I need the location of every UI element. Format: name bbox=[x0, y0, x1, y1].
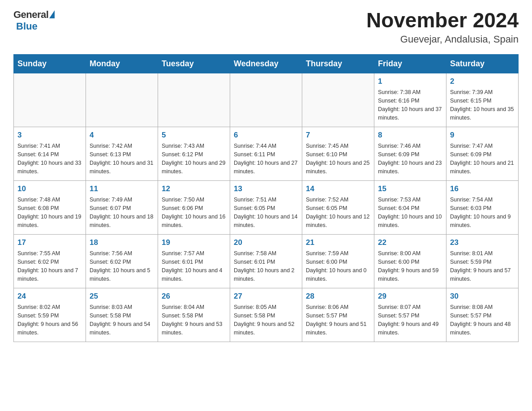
calendar-cell: 9Sunrise: 7:47 AMSunset: 6:09 PMDaylight… bbox=[446, 127, 519, 180]
day-number: 23 bbox=[450, 237, 515, 248]
day-number: 15 bbox=[378, 184, 442, 194]
logo-triangle-icon bbox=[49, 10, 55, 18]
day-number: 24 bbox=[17, 291, 82, 302]
day-sun-info: Sunrise: 8:00 AMSunset: 6:00 PMDaylight:… bbox=[378, 249, 442, 283]
calendar-cell: 30Sunrise: 8:08 AMSunset: 5:57 PMDayligh… bbox=[446, 288, 519, 342]
logo-row: General bbox=[13, 9, 55, 21]
day-number: 16 bbox=[450, 184, 515, 194]
day-number: 20 bbox=[234, 237, 298, 248]
logo-general-text: General bbox=[13, 9, 48, 21]
day-sun-info: Sunrise: 7:49 AMSunset: 6:07 PMDaylight:… bbox=[90, 196, 154, 229]
weekday-header-row: SundayMondayTuesdayWednesdayThursdayFrid… bbox=[14, 54, 519, 73]
day-sun-info: Sunrise: 7:56 AMSunset: 6:02 PMDaylight:… bbox=[90, 249, 154, 283]
calendar-table: SundayMondayTuesdayWednesdayThursdayFrid… bbox=[13, 54, 519, 342]
day-sun-info: Sunrise: 8:07 AMSunset: 5:57 PMDaylight:… bbox=[378, 303, 442, 337]
day-sun-info: Sunrise: 8:01 AMSunset: 5:59 PMDaylight:… bbox=[450, 249, 515, 283]
day-sun-info: Sunrise: 7:46 AMSunset: 6:09 PMDaylight:… bbox=[378, 142, 442, 176]
calendar-cell bbox=[230, 73, 302, 127]
calendar-cell: 28Sunrise: 8:06 AMSunset: 5:57 PMDayligh… bbox=[302, 288, 374, 342]
day-number: 28 bbox=[306, 291, 370, 302]
calendar-cell: 11Sunrise: 7:49 AMSunset: 6:07 PMDayligh… bbox=[86, 180, 158, 234]
calendar-cell: 15Sunrise: 7:53 AMSunset: 6:04 PMDayligh… bbox=[374, 180, 446, 234]
week-row-5: 24Sunrise: 8:02 AMSunset: 5:59 PMDayligh… bbox=[14, 288, 519, 342]
day-sun-info: Sunrise: 8:04 AMSunset: 5:58 PMDaylight:… bbox=[162, 303, 226, 337]
day-sun-info: Sunrise: 7:43 AMSunset: 6:12 PMDaylight:… bbox=[162, 142, 226, 176]
day-sun-info: Sunrise: 7:47 AMSunset: 6:09 PMDaylight:… bbox=[450, 142, 515, 176]
day-sun-info: Sunrise: 7:41 AMSunset: 6:14 PMDaylight:… bbox=[17, 142, 82, 176]
calendar-cell: 8Sunrise: 7:46 AMSunset: 6:09 PMDaylight… bbox=[374, 127, 446, 180]
calendar-subtitle: Guevejar, Andalusia, Spain bbox=[366, 34, 519, 45]
day-number: 9 bbox=[450, 130, 515, 141]
day-number: 21 bbox=[306, 237, 370, 248]
day-sun-info: Sunrise: 7:50 AMSunset: 6:06 PMDaylight:… bbox=[162, 196, 226, 229]
day-number: 19 bbox=[162, 237, 226, 248]
calendar-cell: 27Sunrise: 8:05 AMSunset: 5:58 PMDayligh… bbox=[230, 288, 302, 342]
calendar-cell: 23Sunrise: 8:01 AMSunset: 5:59 PMDayligh… bbox=[446, 234, 519, 288]
day-number: 13 bbox=[234, 184, 298, 194]
day-number: 30 bbox=[450, 291, 515, 302]
day-sun-info: Sunrise: 8:03 AMSunset: 5:58 PMDaylight:… bbox=[90, 303, 154, 337]
day-number: 5 bbox=[162, 130, 226, 141]
week-row-4: 17Sunrise: 7:55 AMSunset: 6:02 PMDayligh… bbox=[14, 234, 519, 288]
day-number: 29 bbox=[378, 291, 442, 302]
calendar-cell bbox=[86, 73, 158, 127]
day-sun-info: Sunrise: 7:54 AMSunset: 6:03 PMDaylight:… bbox=[450, 196, 515, 229]
calendar-cell: 18Sunrise: 7:56 AMSunset: 6:02 PMDayligh… bbox=[86, 234, 158, 288]
calendar-cell: 25Sunrise: 8:03 AMSunset: 5:58 PMDayligh… bbox=[86, 288, 158, 342]
day-sun-info: Sunrise: 8:08 AMSunset: 5:57 PMDaylight:… bbox=[450, 303, 515, 337]
weekday-header-wednesday: Wednesday bbox=[230, 54, 302, 73]
day-sun-info: Sunrise: 7:59 AMSunset: 6:00 PMDaylight:… bbox=[306, 249, 370, 283]
calendar-cell: 13Sunrise: 7:51 AMSunset: 6:05 PMDayligh… bbox=[230, 180, 302, 234]
day-number: 14 bbox=[306, 184, 370, 194]
day-number: 7 bbox=[306, 130, 370, 141]
weekday-header-sunday: Sunday bbox=[14, 54, 86, 73]
calendar-cell: 22Sunrise: 8:00 AMSunset: 6:00 PMDayligh… bbox=[374, 234, 446, 288]
day-number: 12 bbox=[162, 184, 226, 194]
calendar-cell: 3Sunrise: 7:41 AMSunset: 6:14 PMDaylight… bbox=[14, 127, 86, 180]
title-section: November 2024 Guevejar, Andalusia, Spain bbox=[366, 9, 519, 45]
calendar-cell: 4Sunrise: 7:42 AMSunset: 6:13 PMDaylight… bbox=[86, 127, 158, 180]
calendar-cell: 5Sunrise: 7:43 AMSunset: 6:12 PMDaylight… bbox=[158, 127, 230, 180]
day-number: 22 bbox=[378, 237, 442, 248]
day-number: 27 bbox=[234, 291, 298, 302]
day-number: 1 bbox=[378, 76, 442, 87]
day-number: 11 bbox=[90, 184, 154, 194]
calendar-cell: 1Sunrise: 7:38 AMSunset: 6:16 PMDaylight… bbox=[374, 73, 446, 127]
weekday-header-saturday: Saturday bbox=[446, 54, 519, 73]
calendar-cell: 26Sunrise: 8:04 AMSunset: 5:58 PMDayligh… bbox=[158, 288, 230, 342]
weekday-header-thursday: Thursday bbox=[302, 54, 374, 73]
day-number: 26 bbox=[162, 291, 226, 302]
day-sun-info: Sunrise: 7:57 AMSunset: 6:01 PMDaylight:… bbox=[162, 249, 226, 283]
day-sun-info: Sunrise: 7:55 AMSunset: 6:02 PMDaylight:… bbox=[17, 249, 82, 283]
day-sun-info: Sunrise: 7:42 AMSunset: 6:13 PMDaylight:… bbox=[90, 142, 154, 176]
page-header: General Blue November 2024 Guevejar, And… bbox=[13, 9, 519, 45]
calendar-cell: 24Sunrise: 8:02 AMSunset: 5:59 PMDayligh… bbox=[14, 288, 86, 342]
day-sun-info: Sunrise: 7:52 AMSunset: 6:05 PMDaylight:… bbox=[306, 196, 370, 229]
calendar-cell: 14Sunrise: 7:52 AMSunset: 6:05 PMDayligh… bbox=[302, 180, 374, 234]
week-row-3: 10Sunrise: 7:48 AMSunset: 6:08 PMDayligh… bbox=[14, 180, 519, 234]
day-sun-info: Sunrise: 8:02 AMSunset: 5:59 PMDaylight:… bbox=[17, 303, 82, 337]
calendar-cell: 17Sunrise: 7:55 AMSunset: 6:02 PMDayligh… bbox=[14, 234, 86, 288]
weekday-header-monday: Monday bbox=[86, 54, 158, 73]
calendar-cell: 29Sunrise: 8:07 AMSunset: 5:57 PMDayligh… bbox=[374, 288, 446, 342]
day-number: 25 bbox=[90, 291, 154, 302]
day-sun-info: Sunrise: 7:44 AMSunset: 6:11 PMDaylight:… bbox=[234, 142, 298, 176]
calendar-cell bbox=[158, 73, 230, 127]
logo-blue-text: Blue bbox=[16, 21, 38, 32]
calendar-cell: 21Sunrise: 7:59 AMSunset: 6:00 PMDayligh… bbox=[302, 234, 374, 288]
week-row-1: 1Sunrise: 7:38 AMSunset: 6:16 PMDaylight… bbox=[14, 73, 519, 127]
calendar-cell: 20Sunrise: 7:58 AMSunset: 6:01 PMDayligh… bbox=[230, 234, 302, 288]
day-sun-info: Sunrise: 7:39 AMSunset: 6:15 PMDaylight:… bbox=[450, 88, 515, 122]
calendar-cell: 12Sunrise: 7:50 AMSunset: 6:06 PMDayligh… bbox=[158, 180, 230, 234]
day-number: 8 bbox=[378, 130, 442, 141]
day-sun-info: Sunrise: 7:48 AMSunset: 6:08 PMDaylight:… bbox=[17, 196, 82, 229]
day-number: 18 bbox=[90, 237, 154, 248]
calendar-cell: 10Sunrise: 7:48 AMSunset: 6:08 PMDayligh… bbox=[14, 180, 86, 234]
day-sun-info: Sunrise: 7:58 AMSunset: 6:01 PMDaylight:… bbox=[234, 249, 298, 283]
day-sun-info: Sunrise: 7:53 AMSunset: 6:04 PMDaylight:… bbox=[378, 196, 442, 229]
day-sun-info: Sunrise: 7:38 AMSunset: 6:16 PMDaylight:… bbox=[378, 88, 442, 122]
day-sun-info: Sunrise: 8:05 AMSunset: 5:58 PMDaylight:… bbox=[234, 303, 298, 337]
day-number: 4 bbox=[90, 130, 154, 141]
day-sun-info: Sunrise: 7:45 AMSunset: 6:10 PMDaylight:… bbox=[306, 142, 370, 176]
day-number: 17 bbox=[17, 237, 82, 248]
